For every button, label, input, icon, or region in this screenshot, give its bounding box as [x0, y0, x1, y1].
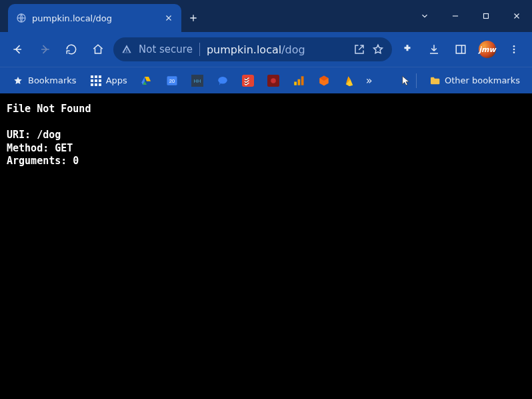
- window-titlebar: pumpkin.local/dog: [0, 0, 532, 32]
- not-secure-label: Not secure: [139, 43, 193, 55]
- maximize-button[interactable]: [471, 0, 501, 32]
- cursor-icon: [400, 75, 412, 87]
- other-bookmarks-label: Other bookmarks: [445, 75, 520, 85]
- svg-point-4: [513, 49, 515, 51]
- star-icon: [12, 75, 24, 87]
- svg-point-13: [271, 78, 276, 83]
- back-button[interactable]: [7, 38, 29, 61]
- bookmark-item-red[interactable]: [262, 72, 285, 89]
- folder-icon: [429, 75, 441, 87]
- svg-point-10: [218, 77, 227, 84]
- share-icon[interactable]: [353, 43, 365, 55]
- bookmark-item-todoist[interactable]: [237, 72, 259, 89]
- home-button[interactable]: [87, 38, 109, 61]
- svg-point-5: [513, 51, 515, 53]
- bookmarks-bar: Bookmarks Apps 20 HH: [0, 67, 532, 93]
- omnibox[interactable]: Not secure pumpkin.local/dog: [113, 37, 392, 61]
- red-square-icon: [267, 75, 279, 87]
- bookmark-star-icon[interactable]: [372, 43, 384, 55]
- bookmarks-folder[interactable]: Bookmarks: [7, 72, 82, 89]
- bookmark-item-firebase[interactable]: [338, 72, 361, 89]
- omnibox-url: pumpkin.local/dog: [207, 43, 305, 56]
- uri-line: URI: /dog: [7, 129, 525, 142]
- gdrive-icon: [141, 75, 153, 87]
- bookmarks-label: Bookmarks: [28, 75, 77, 85]
- svg-text:20: 20: [169, 78, 175, 84]
- error-heading: File Not Found: [7, 103, 525, 116]
- analytics-icon: [293, 75, 305, 87]
- svg-point-3: [513, 45, 515, 47]
- close-window-button[interactable]: [501, 0, 532, 32]
- browser-toolbar: Not secure pumpkin.local/dog jmw: [0, 32, 532, 67]
- forward-button[interactable]: [33, 38, 56, 61]
- firebase-icon: [343, 75, 355, 87]
- svg-rect-16: [301, 76, 304, 85]
- extensions-icon[interactable]: [396, 38, 419, 61]
- globe-icon: [16, 13, 27, 23]
- cube-icon: [318, 75, 330, 87]
- minimize-button[interactable]: [440, 0, 471, 32]
- not-secure-icon: [121, 44, 132, 55]
- bookmark-item-gdrive[interactable]: [135, 72, 158, 89]
- downloads-icon[interactable]: [423, 38, 445, 61]
- bookmarks-divider: [416, 73, 417, 88]
- window-controls: [409, 0, 532, 32]
- tab-title: pumpkin.local/dog: [32, 13, 159, 23]
- todoist-icon: [242, 75, 254, 87]
- apps-grid-icon: [90, 75, 102, 87]
- overflow-chevron-icon[interactable]: »: [366, 74, 373, 87]
- bookmark-item-analytics[interactable]: [287, 72, 310, 89]
- svg-text:HH: HH: [193, 78, 201, 84]
- url-host: pumpkin.local: [207, 43, 281, 56]
- profile-avatar[interactable]: jmw: [476, 38, 499, 61]
- page-content: File Not Found URI: /dog Method: GET Arg…: [0, 93, 532, 399]
- calendar-icon: 20: [166, 75, 178, 87]
- url-path: /dog: [281, 43, 305, 56]
- other-bookmarks[interactable]: Other bookmarks: [423, 72, 525, 89]
- bookmark-item-cube[interactable]: [313, 72, 335, 89]
- svg-rect-2: [456, 45, 465, 53]
- close-tab-icon[interactable]: [164, 13, 173, 23]
- reload-button[interactable]: [60, 38, 83, 61]
- bookmark-item-calendar[interactable]: 20: [161, 72, 183, 89]
- tab-search-button[interactable]: [409, 0, 440, 32]
- svg-rect-1: [484, 14, 489, 19]
- hh-icon: HH: [191, 75, 203, 87]
- svg-rect-15: [297, 79, 300, 85]
- menu-icon[interactable]: [503, 38, 525, 61]
- apps-label: Apps: [106, 75, 127, 85]
- avatar: jmw: [479, 41, 496, 58]
- apps-shortcut[interactable]: Apps: [85, 72, 133, 89]
- method-line: Method: GET: [7, 142, 525, 155]
- svg-rect-14: [294, 81, 297, 85]
- omnibox-separator: [199, 43, 200, 56]
- browser-tab[interactable]: pumpkin.local/dog: [8, 4, 181, 32]
- arguments-line: Arguments: 0: [7, 155, 525, 168]
- side-panel-icon[interactable]: [449, 38, 472, 61]
- new-tab-button[interactable]: [181, 4, 205, 32]
- bookmark-item-hh[interactable]: HH: [186, 72, 209, 89]
- chat-bubble-icon: [217, 75, 229, 87]
- bookmark-item-chat[interactable]: [211, 72, 234, 89]
